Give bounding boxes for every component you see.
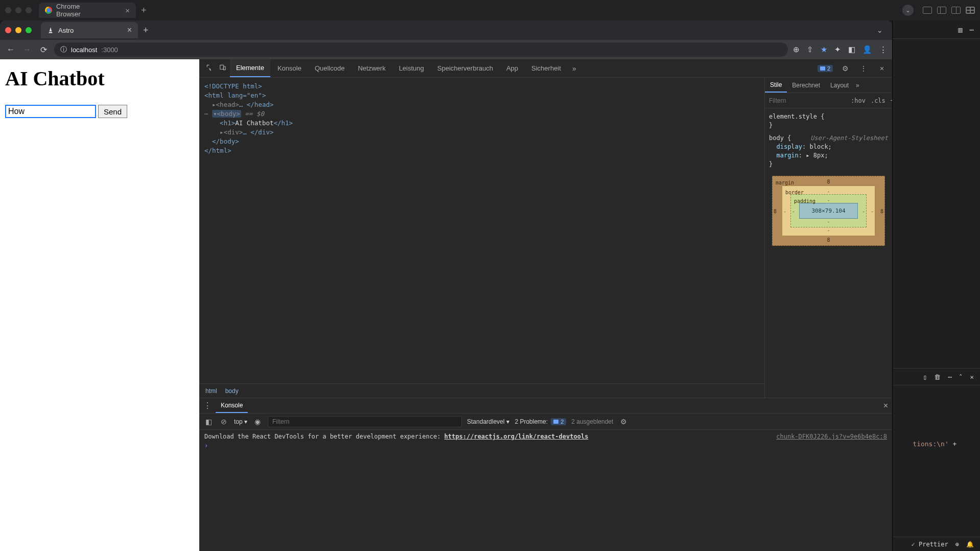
console-log[interactable]: chunk-DFK0J226.js?v=9e6b4e8c:8 Download … [199,430,892,551]
editor-layout-icon[interactable]: ▥ [958,26,962,34]
zoom-icon[interactable]: ⊕ [793,45,800,54]
styles-tab-layout[interactable]: Layout [825,78,854,93]
log-link[interactable]: https://reactjs.org/link/react-devtools [445,433,589,440]
issues-badge[interactable]: 2 [818,65,833,72]
prettier-status[interactable]: Prettier [912,541,948,548]
drawer-tab-console[interactable]: Konsole [216,398,248,413]
console-level-select[interactable]: Standardlevel ▾ [467,418,509,425]
host-tab-title: Chrome Browser [56,3,106,18]
traffic-close-icon[interactable] [5,27,11,33]
chat-input[interactable] [5,105,96,118]
share-icon[interactable]: ⇧ [807,45,813,54]
host-layout-switcher[interactable] [923,7,975,14]
devtools-tab-elements[interactable]: Elemente [230,59,270,77]
devtools-tab-application[interactable]: App [500,59,524,77]
extensions-icon[interactable]: ✦ [834,45,841,54]
host-tab-chrome[interactable]: Chrome Browser × [39,3,136,18]
traffic-minimize-icon[interactable] [15,27,21,33]
browser-tab-astro[interactable]: Astro × [41,22,138,38]
host-tabbar: Chrome Browser × + ⌄ [0,0,980,20]
host-tabs-dropdown-icon[interactable]: ⌄ [902,5,914,16]
devtools-tab-memory[interactable]: Speicherverbrauch [431,59,499,77]
dom-body-selected[interactable]: ▾<body> [212,110,241,118]
site-info-icon[interactable]: ⓘ [60,45,67,54]
code-fragment: tions:\n' [913,440,948,448]
nav-forward-button[interactable]: → [21,45,33,54]
address-bar[interactable]: ⓘ localhost:3000 [54,42,788,57]
host-traffic-lights [5,7,32,13]
traffic-zoom-icon[interactable] [26,27,32,33]
layout-grid-icon[interactable] [966,7,975,14]
devtools-close-icon[interactable]: × [876,64,888,73]
crumb-body[interactable]: body [225,387,239,395]
console-clear-icon[interactable]: ⊘ [219,418,229,426]
nav-back-button[interactable]: ← [5,45,16,54]
split-terminal-icon[interactable]: ▯ [923,373,927,381]
styles-tab-overflow-icon[interactable]: » [856,82,859,89]
dom-breadcrumbs[interactable]: html body [199,383,764,398]
nav-reload-button[interactable]: ⟳ [38,45,49,55]
styles-tab-styles[interactable]: Stile [765,78,787,93]
dom-html-close: </html> [204,147,231,154]
host-tab-close-icon[interactable]: × [125,6,130,15]
devtools-tab-sources[interactable]: Quellcode [309,59,351,77]
dom-head[interactable]: ▸<head> [212,101,239,108]
console-prompt[interactable]: › [204,442,887,449]
cls-toggle[interactable]: .cls [871,97,885,104]
dom-html-open: <html lang="en"> [204,91,266,99]
console-sidebar-icon[interactable]: ◧ [203,418,214,426]
chat-row: Send [5,105,194,118]
devtools-tab-security[interactable]: Sicherheit [525,59,567,77]
console-context-select[interactable]: top ▾ [234,418,247,425]
layout-single-icon[interactable] [923,7,932,14]
inspect-icon[interactable] [203,64,216,73]
device-toggle-icon[interactable] [217,64,229,73]
console-settings-icon[interactable]: ⚙ [618,418,628,426]
new-rule-icon[interactable]: + [891,97,892,104]
profile-icon[interactable]: 👤 [862,45,872,54]
trash-icon[interactable]: 🗑 [934,373,941,381]
send-button[interactable]: Send [98,105,127,118]
kebab-menu-icon[interactable]: ⋮ [879,45,887,54]
devtools-tab-network[interactable]: Netzwerk [352,59,391,77]
devtools-kebab-icon[interactable]: ⋮ [857,64,870,73]
dom-div[interactable]: ▸<div> [220,128,243,136]
host-newtab-button[interactable]: + [141,5,147,16]
styles-filter-input[interactable] [769,97,846,104]
editor-more-icon[interactable]: ⋯ [970,26,974,34]
devtools-tab-console[interactable]: Konsole [271,59,308,77]
styles-tabs: Stile Berechnet Layout » [765,78,892,93]
layout-three-icon[interactable] [951,7,961,14]
browser-newtab-button[interactable]: + [143,25,149,36]
browser-tab-close-icon[interactable]: × [127,26,132,35]
layout-split-icon[interactable] [937,7,946,14]
browser-tabs-dropdown-icon[interactable]: ⌄ [873,24,887,36]
styles-panel: Stile Berechnet Layout » :hov .cls + ⎙ ▦ [764,78,892,398]
rule-element-style: element.style { [769,113,824,120]
styles-tab-computed[interactable]: Berechnet [787,78,825,93]
terminal-more-icon[interactable]: ⋯ [948,373,952,381]
devtools-panel: Elemente Konsole Quellcode Netzwerk Leis… [199,59,892,551]
console-hidden-count[interactable]: 2 ausgeblendet [571,418,613,425]
console-issues[interactable]: 2 Probleme: 2 [515,418,566,425]
devtools-tab-performance[interactable]: Leistung [393,59,430,77]
hov-toggle[interactable]: :hov [851,97,866,104]
terminal-up-icon[interactable]: ˄ [959,373,963,381]
console-filter-input[interactable] [268,417,461,427]
feedback-icon[interactable]: ⊕ [955,541,959,548]
devtools-tab-overflow-icon[interactable]: » [568,64,580,73]
terminal-close-icon[interactable]: × [970,373,974,381]
dom-h1[interactable]: <h1> [220,119,235,127]
drawer-close-icon[interactable]: × [883,401,888,410]
drawer-kebab-icon[interactable]: ⋮ [203,401,212,410]
console-live-icon[interactable]: ◉ [252,418,263,426]
crumb-html[interactable]: html [205,387,217,395]
bell-icon[interactable]: 🔔 [966,541,974,548]
browser-traffic-lights[interactable] [5,27,32,33]
styles-rules[interactable]: element.style { } body { User-Agent-Styl… [765,108,892,398]
log-source-link[interactable]: chunk-DFK0J226.js?v=9e6b4e8c:8 [776,433,887,440]
bookmark-star-icon[interactable]: ★ [821,45,827,54]
devtools-settings-icon[interactable]: ⚙ [839,64,851,73]
sidepanel-icon[interactable]: ◧ [848,45,855,54]
dom-tree[interactable]: <!DOCTYPE html> <html lang="en"> ▸<head>… [199,78,764,383]
